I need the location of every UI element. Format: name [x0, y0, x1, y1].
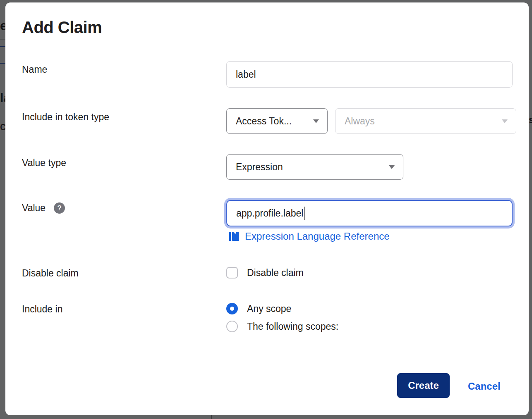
- value-type-selected-value: Expression: [236, 162, 283, 173]
- following-scopes-radio[interactable]: [226, 321, 238, 332]
- chevron-down-icon: [502, 119, 508, 123]
- token-condition-selected-value: Always: [345, 116, 375, 127]
- token-type-selected-value: Access Tok...: [236, 116, 292, 127]
- value-field-label: Value: [22, 202, 46, 214]
- value-type-select[interactable]: Expression: [226, 154, 403, 180]
- disable-claim-option: Disable claim: [226, 267, 304, 279]
- expression-language-reference-link[interactable]: Expression Language Reference: [229, 231, 390, 242]
- text-cursor: [304, 207, 305, 220]
- disable-claim-field-label: Disable claim: [22, 268, 79, 279]
- value-input[interactable]: app.profile.label: [226, 200, 513, 226]
- cancel-button[interactable]: Cancel: [468, 381, 501, 392]
- create-button[interactable]: Create: [397, 373, 450, 398]
- name-input[interactable]: label: [226, 61, 513, 88]
- name-field-label: Name: [22, 64, 47, 75]
- any-scope-option: Any scope: [226, 303, 291, 314]
- token-type-field-label: Include in token type: [22, 112, 109, 123]
- book-icon: [229, 231, 240, 242]
- value-input-value: app.profile.label: [236, 208, 303, 219]
- dialog-title: Add Claim: [22, 18, 102, 37]
- name-input-value: label: [236, 69, 256, 80]
- following-scopes-radio-label[interactable]: The following scopes:: [247, 321, 338, 332]
- chevron-down-icon: [389, 165, 395, 169]
- any-scope-radio[interactable]: [226, 303, 238, 314]
- following-scopes-option: The following scopes:: [226, 321, 338, 332]
- disable-claim-checkbox-label[interactable]: Disable claim: [247, 267, 304, 279]
- token-type-select[interactable]: Access Tok...: [226, 108, 328, 134]
- chevron-down-icon: [313, 119, 319, 123]
- question-mark-icon[interactable]: ?: [54, 202, 65, 214]
- token-condition-select: Always: [335, 108, 516, 134]
- value-type-field-label: Value type: [22, 157, 66, 169]
- add-claim-dialog: Add Claim Name label Include in token ty…: [5, 2, 529, 415]
- include-in-field-label: Include in: [22, 304, 62, 315]
- value-field-label-row: Value ?: [22, 202, 65, 214]
- reference-link-label: Expression Language Reference: [245, 231, 390, 242]
- any-scope-radio-label[interactable]: Any scope: [247, 303, 291, 314]
- disable-claim-checkbox[interactable]: [226, 267, 238, 279]
